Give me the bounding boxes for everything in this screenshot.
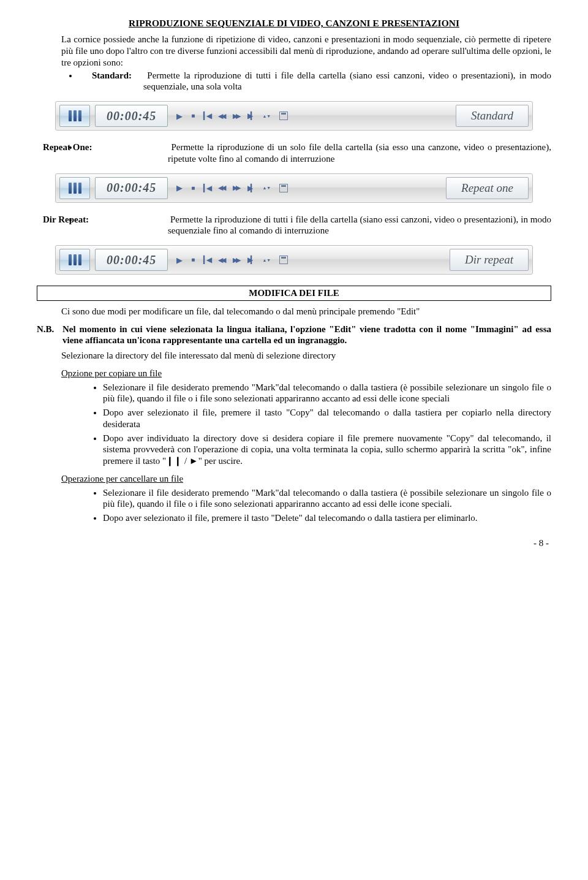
option-repeat-one: Repeat One: Permette la riproduzione di … [78, 142, 551, 165]
delete-step-2: Dopo aver selezionato il file, premere i… [103, 512, 551, 524]
forward-icon[interactable]: ▶▶ [233, 184, 239, 191]
list-icon[interactable] [279, 256, 288, 264]
delete-steps: Selezionare il file desiderato premendo … [37, 487, 551, 524]
forward-icon[interactable]: ▶▶ [233, 257, 239, 264]
rewind-icon[interactable]: ◀◀ [218, 113, 224, 119]
updown-icon[interactable]: ▲▼ [262, 114, 271, 118]
rewind-icon[interactable]: ◀◀ [218, 257, 224, 264]
updown-icon[interactable]: ▲▼ [262, 186, 271, 190]
delete-heading: Operazione per cancellare un file [61, 473, 551, 485]
desc-standard: Permette la riproduzione di tutti i file… [143, 70, 551, 92]
delete-step-1: Selezionare il file desiderato premendo … [103, 487, 551, 510]
term-repeat-one: Repeat One: [105, 142, 168, 153]
time-display: 00:00:45 [95, 249, 168, 271]
equalizer-icon [59, 249, 90, 271]
next-icon[interactable]: ▶▎ [247, 256, 254, 264]
player-bar-standard: 00:00:45 ▶ ■ ▎◀ ◀◀ ▶▶ ▶▎ ▲▼ Standard [55, 101, 533, 131]
play-icon[interactable]: ▶ [176, 184, 183, 192]
player-bar-dir-repeat: 00:00:45 ▶ ■ ▎◀ ◀◀ ▶▶ ▶▎ ▲▼ Dir repeat [55, 245, 533, 275]
desc-dir-repeat: Permette la riproduzione di tutti i file… [168, 214, 551, 236]
option-dir-repeat: Dir Repeat: Permette la riproduzione di … [78, 214, 551, 237]
equalizer-icon [59, 177, 90, 199]
page-number: - 8 - [37, 537, 551, 549]
next-icon[interactable]: ▶▎ [247, 112, 254, 119]
copy-step-1: Selezionare il file desiderato premendo … [103, 382, 551, 405]
updown-icon[interactable]: ▲▼ [262, 258, 271, 262]
copy-step-3: Dopo aver individuato la directory dove … [103, 433, 551, 467]
stop-icon[interactable]: ■ [191, 185, 195, 191]
stop-icon[interactable]: ■ [191, 113, 195, 119]
intro-paragraph: La cornice possiede anche la funzione di… [61, 34, 551, 68]
desc-repeat-one: Permette la riproduzione di un solo file… [168, 142, 551, 164]
rewind-icon[interactable]: ◀◀ [218, 184, 224, 191]
play-icon[interactable]: ▶ [176, 112, 183, 120]
edit-intro: Ci sono due modi per modificare un file,… [61, 306, 551, 317]
player-controls: ▶ ■ ▎◀ ◀◀ ▶▶ ▶▎ ▲▼ [173, 112, 288, 120]
play-icon[interactable]: ▶ [176, 256, 183, 264]
mode-button-dir-repeat[interactable]: Dir repeat [450, 249, 529, 271]
prev-icon[interactable]: ▎◀ [203, 112, 209, 119]
nb-label: N.B. [37, 324, 56, 347]
player-bar-repeat-one: 00:00:45 ▶ ■ ▎◀ ◀◀ ▶▶ ▶▎ ▲▼ Repeat one [55, 173, 533, 203]
mode-button-standard[interactable]: Standard [456, 105, 529, 127]
copy-steps: Selezionare il file desiderato premendo … [37, 382, 551, 467]
stop-icon[interactable]: ■ [191, 257, 195, 263]
time-display: 00:00:45 [95, 105, 168, 127]
term-dir-repeat: Dir Repeat: [105, 214, 168, 226]
next-icon[interactable]: ▶▎ [247, 184, 254, 192]
player-controls: ▶ ■ ▎◀ ◀◀ ▶▶ ▶▎ ▲▼ [173, 256, 288, 264]
copy-heading: Opzione per copiare un file [61, 368, 551, 379]
nb-text: Nel momento in cui viene selezionata la … [62, 324, 551, 347]
player-controls: ▶ ■ ▎◀ ◀◀ ▶▶ ▶▎ ▲▼ [173, 184, 288, 192]
section-title-2: MODIFICA DEI FILE [37, 286, 551, 301]
term-standard: Standard: [118, 70, 143, 82]
prev-icon[interactable]: ▎◀ [203, 184, 209, 192]
section-title-1: RIPRODUZIONE SEQUENZIALE DI VIDEO, CANZO… [37, 17, 551, 29]
equalizer-icon [59, 105, 90, 127]
select-directory: Selezionare la directory del file intere… [61, 350, 551, 362]
option-standard: Standard: Permette la riproduzione di tu… [78, 70, 551, 93]
list-icon[interactable] [279, 184, 288, 192]
time-display: 00:00:45 [95, 177, 168, 199]
mode-button-repeat-one[interactable]: Repeat one [446, 177, 529, 199]
forward-icon[interactable]: ▶▶ [233, 113, 239, 119]
list-icon[interactable] [279, 112, 288, 120]
copy-step-2: Dopo aver selezionato il file, premere i… [103, 407, 551, 430]
prev-icon[interactable]: ▎◀ [203, 256, 209, 264]
